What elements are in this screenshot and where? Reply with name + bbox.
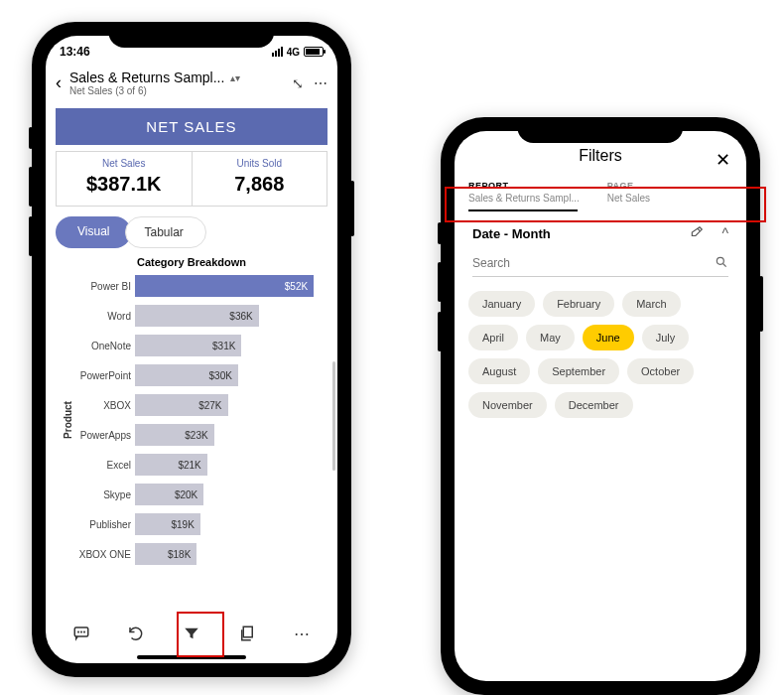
- bar-value: $18K: [168, 549, 191, 560]
- y-axis-label: Product: [63, 401, 73, 439]
- tab-label: PAGE: [607, 181, 650, 191]
- tab-value: Sales & Returns Sampl...: [468, 193, 580, 204]
- month-option[interactable]: January: [468, 291, 535, 317]
- month-option[interactable]: July: [642, 325, 690, 350]
- toggle-tabular[interactable]: Tabular: [125, 216, 205, 248]
- bar-value: $31K: [212, 341, 235, 351]
- bar-category: XBOX ONE: [67, 549, 135, 560]
- bar-value: $36K: [229, 311, 252, 322]
- bar-row[interactable]: XBOX ONE$18K: [67, 540, 327, 568]
- bar-category: XBOX: [67, 400, 135, 411]
- month-option[interactable]: May: [526, 325, 575, 350]
- bar-row[interactable]: OneNote$31K: [67, 332, 327, 359]
- kpi-units-sold[interactable]: Units Sold 7,868: [192, 152, 327, 206]
- kpi-net-sales[interactable]: Net Sales $387.1K: [57, 152, 192, 206]
- month-option[interactable]: December: [555, 392, 633, 418]
- month-option[interactable]: September: [538, 358, 619, 384]
- home-indicator[interactable]: [137, 655, 246, 659]
- bar-row[interactable]: XBOX$27K: [67, 391, 327, 419]
- bar-row[interactable]: Power BI$52K: [67, 272, 327, 300]
- bar-value: $52K: [285, 281, 308, 292]
- bar-row[interactable]: PowerApps$23K: [67, 421, 327, 449]
- scrollbar[interactable]: [332, 361, 335, 471]
- chart-title: Category Breakdown: [46, 256, 337, 268]
- filters-title: Filters: [579, 147, 622, 165]
- comment-icon[interactable]: [66, 619, 96, 648]
- bar-row[interactable]: PowerPoint$30K: [67, 361, 327, 389]
- bar-row[interactable]: Skype$20K: [67, 481, 327, 508]
- kpi-label: Net Sales: [61, 158, 188, 169]
- signal-icon: [272, 47, 283, 57]
- filter-search[interactable]: [472, 250, 728, 277]
- month-option[interactable]: October: [627, 358, 694, 384]
- bar-category: Word: [67, 311, 135, 322]
- month-option[interactable]: June: [583, 325, 634, 350]
- report-title[interactable]: Sales & Returns Sampl...: [69, 70, 224, 85]
- kpi-value: $387.1K: [61, 173, 188, 196]
- chevron-up-icon[interactable]: ^: [721, 225, 728, 242]
- search-icon[interactable]: [715, 255, 728, 272]
- battery-icon: [304, 47, 324, 57]
- category-chart[interactable]: Product Power BI$52KWord$36KOneNote$31KP…: [67, 272, 327, 568]
- filter-field-header[interactable]: Date - Month ^: [455, 211, 746, 246]
- tab-value: Net Sales: [607, 193, 650, 204]
- month-option[interactable]: March: [622, 291, 681, 317]
- bottom-toolbar: ⋯: [46, 612, 337, 655]
- view-toggle: Visual Tabular: [56, 216, 206, 248]
- search-input[interactable]: [472, 250, 715, 276]
- pages-icon[interactable]: [232, 619, 262, 648]
- svg-line-6: [723, 263, 726, 266]
- kpi-value: 7,868: [196, 173, 324, 196]
- kpi-label: Units Sold: [196, 158, 324, 169]
- svg-point-5: [717, 257, 723, 264]
- tab-page[interactable]: PAGE Net Sales: [607, 181, 650, 204]
- svg-rect-4: [243, 626, 252, 637]
- bar-value: $19K: [171, 519, 194, 530]
- page-subtitle: Net Sales (3 of 6): [69, 85, 284, 96]
- filter-field-name: Date - Month: [472, 226, 551, 241]
- month-options: JanuaryFebruaryMarchAprilMayJuneJulyAugu…: [455, 287, 746, 422]
- svg-point-2: [80, 631, 81, 632]
- network-label: 4G: [287, 47, 300, 58]
- net-sales-banner: NET SALES: [56, 108, 327, 145]
- bar-value: $23K: [185, 430, 207, 441]
- bar-value: $30K: [209, 370, 232, 381]
- svg-point-1: [77, 631, 78, 632]
- status-time: 13:46: [60, 45, 90, 59]
- toggle-visual[interactable]: Visual: [56, 216, 131, 248]
- svg-point-3: [83, 631, 84, 632]
- bar-category: OneNote: [67, 341, 135, 351]
- tab-label: REPORT: [468, 181, 580, 191]
- bar-category: Excel: [67, 460, 135, 471]
- back-icon[interactable]: ‹: [56, 72, 62, 93]
- filter-scope-tabs: REPORT Sales & Returns Sampl... PAGE Net…: [455, 175, 746, 204]
- month-option[interactable]: November: [468, 392, 547, 418]
- bar-category: Publisher: [67, 519, 135, 530]
- bar-row[interactable]: Excel$21K: [67, 451, 327, 479]
- bar-category: Power BI: [67, 281, 135, 292]
- month-option[interactable]: February: [543, 291, 614, 317]
- filter-icon[interactable]: [177, 619, 206, 648]
- more-icon[interactable]: ⋯: [314, 75, 327, 91]
- bar-row[interactable]: Publisher$19K: [67, 510, 327, 538]
- overflow-icon[interactable]: ⋯: [287, 619, 317, 648]
- eraser-icon[interactable]: [690, 225, 704, 242]
- app-header: ‹ Sales & Returns Sampl... ▴▾ Net Sales …: [46, 68, 337, 104]
- bar-category: Skype: [67, 489, 135, 500]
- month-option[interactable]: August: [468, 358, 530, 384]
- bar-row[interactable]: Word$36K: [67, 302, 327, 330]
- month-option[interactable]: April: [468, 325, 518, 350]
- bar-value: $21K: [178, 460, 200, 471]
- chevron-down-icon[interactable]: ▴▾: [230, 72, 240, 83]
- kpi-panel: Net Sales $387.1K Units Sold 7,868: [56, 151, 327, 207]
- bar-category: PowerPoint: [67, 370, 135, 381]
- bar-value: $20K: [175, 489, 197, 500]
- bar-category: PowerApps: [67, 430, 135, 441]
- close-icon[interactable]: ✕: [716, 149, 730, 171]
- tab-report[interactable]: REPORT Sales & Returns Sampl...: [468, 181, 580, 204]
- bar-value: $27K: [198, 400, 221, 411]
- reset-icon[interactable]: [121, 619, 151, 648]
- expand-icon[interactable]: ⤡: [292, 75, 304, 91]
